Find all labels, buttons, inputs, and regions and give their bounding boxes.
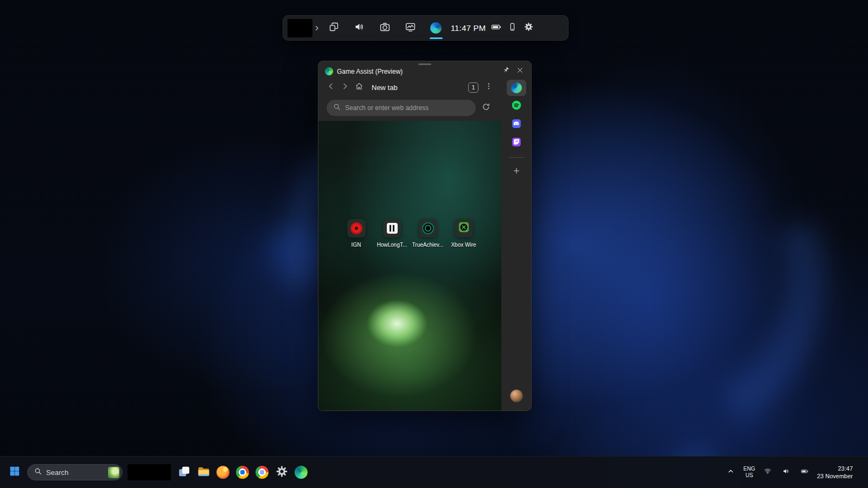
chrome-icon	[236, 466, 249, 479]
refresh-icon	[482, 102, 490, 113]
folder-icon	[197, 465, 210, 480]
taskbar-app-icons	[174, 461, 311, 484]
shortcut-tile	[455, 219, 473, 237]
howlongtobeat-logo-icon	[387, 223, 398, 234]
firefox-icon	[216, 466, 229, 479]
sidebar-item-spotify[interactable]	[507, 98, 526, 114]
audio-widget-button[interactable]	[347, 17, 372, 40]
game-assist-taskbar-button[interactable]	[291, 461, 311, 484]
widgets-icon	[328, 21, 340, 35]
page-title: New tab	[372, 84, 468, 92]
browser-navbar: New tab 1	[318, 78, 501, 97]
shortcut-tile	[419, 219, 437, 237]
shortcut-label: Xbox Wire	[451, 242, 476, 248]
profile-button[interactable]	[507, 388, 526, 404]
taskbar-search-box[interactable]: Search	[27, 464, 123, 480]
trueachievements-logo-icon	[422, 222, 434, 234]
region-code: US	[743, 472, 755, 479]
speaker-icon	[782, 467, 790, 477]
sidebar-item-twitch[interactable]	[507, 135, 526, 151]
kebab-menu-icon	[484, 82, 493, 93]
shortcut-label: TrueAchiev...	[412, 242, 444, 248]
more-options-button[interactable]	[482, 80, 496, 95]
start-button[interactable]	[7, 461, 23, 483]
chevron-right-icon	[341, 82, 349, 93]
settings-button[interactable]	[272, 461, 291, 484]
sidebar-divider	[509, 157, 524, 158]
tray-time: 23:47	[817, 465, 853, 472]
home-button[interactable]	[352, 80, 366, 95]
edge-icon	[511, 82, 522, 93]
edge-icon	[430, 22, 442, 34]
window-title: Game Assist (Preview)	[337, 68, 499, 75]
shortcut-xbox-wire[interactable]: Xbox Wire	[446, 219, 481, 248]
wallpaper-petal	[499, 97, 868, 478]
pin-button[interactable]	[499, 66, 513, 78]
game-assist-edge-icon	[325, 67, 333, 75]
shortcut-tile	[347, 219, 366, 237]
address-input[interactable]	[345, 104, 469, 112]
game-bar: 11:47 PM	[283, 15, 569, 41]
chevron-up-icon	[727, 467, 735, 477]
language-indicator[interactable]: ENG US	[743, 466, 755, 479]
window-titlebar[interactable]: Game Assist (Preview)	[318, 61, 531, 78]
search-icon	[34, 467, 42, 477]
firefox-button[interactable]	[213, 461, 233, 484]
gear-icon	[275, 465, 289, 480]
taskbar-redacted-window-button[interactable]	[127, 464, 171, 480]
taskbar: Search	[0, 456, 868, 488]
tab-counter-button[interactable]: 1	[468, 82, 478, 93]
battery-button[interactable]	[799, 465, 810, 479]
shortcut-trueachievements[interactable]: TrueAchiev...	[411, 219, 445, 248]
close-button[interactable]	[513, 66, 527, 78]
search-label: Search	[46, 468, 104, 477]
language-code: ENG	[743, 466, 755, 472]
gamebar-capture-preview[interactable]	[288, 19, 312, 37]
game-assist-sidebar	[501, 78, 531, 410]
add-site-button[interactable]	[507, 164, 526, 180]
game-assist-widget-button[interactable]	[423, 17, 449, 40]
back-button[interactable]	[324, 80, 338, 95]
chrome-button[interactable]	[233, 461, 252, 484]
search-icon	[333, 103, 341, 113]
camera-icon	[379, 21, 391, 35]
gamebar-settings-button[interactable]	[520, 17, 537, 40]
chrome-secondary-icon	[256, 466, 269, 479]
search-highlight-image	[108, 467, 119, 478]
plus-icon	[513, 167, 520, 177]
phone-icon	[507, 22, 518, 34]
twitch-icon	[511, 137, 522, 150]
network-button[interactable]	[762, 465, 774, 479]
capture-widget-button[interactable]	[372, 17, 398, 40]
sidebar-item-edge[interactable]	[507, 80, 526, 96]
gear-icon	[524, 22, 534, 34]
forward-button[interactable]	[338, 80, 352, 95]
gamebar-mobile-button[interactable]	[504, 17, 520, 40]
shortcut-tile	[383, 219, 401, 237]
widgets-menu-button[interactable]	[321, 17, 347, 40]
file-explorer-button[interactable]	[194, 461, 213, 484]
chrome-secondary-button[interactable]	[252, 461, 272, 484]
address-bar[interactable]	[327, 100, 476, 116]
home-icon	[355, 82, 363, 93]
speaker-icon	[354, 21, 365, 35]
discord-icon	[511, 118, 522, 131]
shortcut-ign[interactable]: IGN	[339, 219, 373, 248]
drag-handle[interactable]	[418, 63, 431, 65]
new-tab-page: IGN HowLongT... TrueAchiev	[318, 121, 501, 410]
task-view-button[interactable]	[174, 461, 194, 484]
shortcut-howlongtobeat[interactable]: HowLongT...	[375, 219, 409, 248]
game-assist-icon	[295, 466, 308, 479]
gamebar-battery-button[interactable]	[488, 17, 504, 40]
hidden-icons-button[interactable]	[725, 465, 737, 479]
chevron-right-icon[interactable]	[312, 25, 321, 31]
user-avatar	[510, 390, 522, 402]
performance-widget-button[interactable]	[398, 17, 423, 40]
battery-icon	[491, 22, 501, 34]
chevron-left-icon	[327, 82, 335, 93]
volume-button[interactable]	[780, 465, 792, 479]
refresh-button[interactable]	[478, 100, 494, 116]
clock[interactable]: 23:47 23 November	[817, 465, 853, 480]
sidebar-item-discord[interactable]	[507, 117, 526, 133]
battery-icon	[801, 467, 808, 477]
